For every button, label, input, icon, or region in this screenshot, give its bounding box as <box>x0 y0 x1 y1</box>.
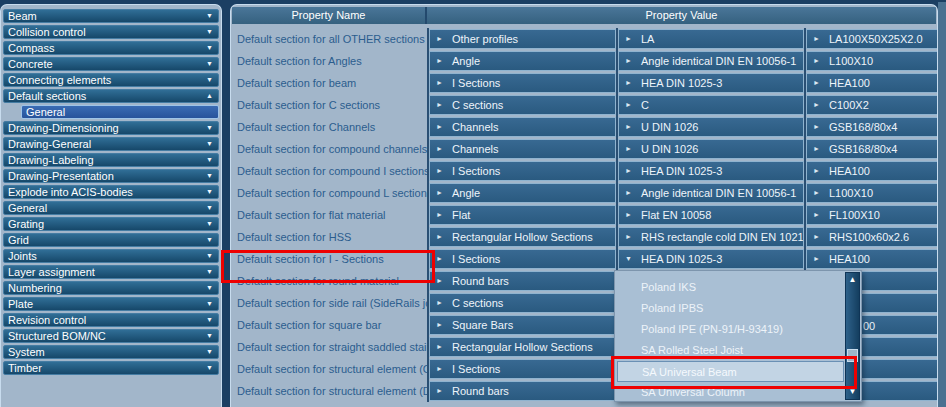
value-cell[interactable]: ►I Sections <box>429 249 616 269</box>
value-cell[interactable]: ►Angle identical DIN EN 10056-1 <box>618 51 804 71</box>
sidebar-item-label: Compass <box>8 42 54 54</box>
dropdown-scrollbar[interactable]: ▲ ▼ <box>845 272 860 400</box>
value-cell[interactable]: ►RHS rectangle cold DIN EN 10219-2 <box>618 227 804 247</box>
sidebar-item-drawing-general[interactable]: Drawing-General▼ <box>3 137 219 151</box>
value-cell[interactable]: ►Other profiles <box>429 29 616 49</box>
value-cell[interactable]: ►HEA100 <box>806 249 938 269</box>
sidebar-item-compass[interactable]: Compass▼ <box>3 41 219 55</box>
column-header-property-name: Property Name <box>232 7 425 24</box>
value-cell-label: L100X10 <box>829 187 873 199</box>
value-cell[interactable]: ►C100X2 <box>806 95 938 115</box>
value-cell[interactable]: ►U DIN 1026 <box>618 139 804 159</box>
value-cell-label: Channels <box>452 143 498 155</box>
dropdown-item-sa-universal-column[interactable]: SA Universal Column <box>617 382 844 403</box>
expand-arrow-icon: ► <box>625 228 632 246</box>
value-cell[interactable]: ►Round bars <box>429 381 616 401</box>
value-cell-label: I Sections <box>452 363 500 375</box>
property-name-cell: Default section for structural element (… <box>232 358 427 380</box>
sidebar-item-drawing-presentation[interactable]: Drawing-Presentation▼ <box>3 169 219 183</box>
sidebar-item-system[interactable]: System▼ <box>3 345 219 359</box>
value-cell[interactable]: ►LA100X50X25X2.0 <box>806 29 938 49</box>
section-dropdown-list: Poland IKSPoland IPBSPoland IPE (PN-91/H… <box>614 270 862 402</box>
value-cell[interactable]: ►HEA DIN 1025-3 <box>618 161 804 181</box>
value-cell[interactable]: ►I Sections <box>429 73 616 93</box>
value-cell[interactable]: ►Angle <box>429 51 616 71</box>
value-cell-label: Rectangular Hollow Sections <box>452 341 593 353</box>
property-name-cell: Default section for square bar <box>232 314 427 336</box>
dropdown-item-poland-ipe-pn-91-h-93419[interactable]: Poland IPE (PN-91/H-93419) <box>617 319 844 340</box>
sidebar-item-layer-assignment[interactable]: Layer assignment▼ <box>3 265 219 279</box>
table-header-row: Property Name Property Value <box>232 7 936 24</box>
value-cell[interactable]: ►Square Bars <box>429 315 616 335</box>
scroll-down-icon[interactable]: ▼ <box>846 386 859 398</box>
value-cell[interactable]: ►HEA100 <box>806 73 938 93</box>
value-cell[interactable]: ►LA <box>618 29 804 49</box>
value-cell-label: U DIN 1026 <box>641 143 698 155</box>
value-cell[interactable]: ►GSB168/80x4 <box>806 117 938 137</box>
value-cell[interactable]: ►Flat <box>429 205 616 225</box>
scrollbar-thumb[interactable] <box>847 349 858 362</box>
value-cell-label: GSB168/80x4 <box>829 121 898 133</box>
dropdown-item-sa-rolled-steel-joist[interactable]: SA Rolled Steel Joist <box>617 340 844 361</box>
value-cell[interactable]: ►Round bars <box>429 271 616 291</box>
value-cell[interactable]: ►L100X10 <box>806 51 938 71</box>
value-cell[interactable]: ►L100X10 <box>806 183 938 203</box>
value-cell[interactable]: ►Flat EN 10058 <box>618 205 804 225</box>
value-cell[interactable]: ►U DIN 1026 <box>618 117 804 137</box>
value-cell-label: RHS100x60x2.6 <box>829 231 909 243</box>
sidebar-item-grating[interactable]: Grating▼ <box>3 217 219 231</box>
sidebar-subitem-general[interactable]: General <box>21 105 219 119</box>
dropdown-item-poland-iks[interactable]: Poland IKS <box>617 277 844 298</box>
value-cell-label: C sections <box>452 99 503 111</box>
sidebar-item-joints[interactable]: Joints▼ <box>3 249 219 263</box>
sidebar-item-default-sections[interactable]: Default sections▲ <box>3 89 219 103</box>
dropdown-item-sa-universal-beam[interactable]: SA Universal Beam <box>617 361 844 382</box>
value-cell[interactable]: ►C sections <box>429 95 616 115</box>
value-cell[interactable]: ►HEA DIN 1025-3 <box>618 73 804 93</box>
sidebar-item-revision-control[interactable]: Revision control▼ <box>3 313 219 327</box>
sidebar-item-label: Structured BOM/NC <box>8 330 106 342</box>
sidebar-item-explode-into-acis-bodies[interactable]: Explode into ACIS-bodies▼ <box>3 185 219 199</box>
chevron-down-icon: ▼ <box>206 314 213 326</box>
value-cell[interactable]: ►Angle identical DIN EN 10056-1 <box>618 183 804 203</box>
value-cell-label: HEA100 <box>829 77 870 89</box>
value-cell[interactable]: ►Channels <box>429 117 616 137</box>
value-cell-label: L100X10 <box>829 55 873 67</box>
sidebar-item-drawing-labeling[interactable]: Drawing-Labeling▼ <box>3 153 219 167</box>
value-cell[interactable]: ►Rectangular Hollow Sections <box>429 227 616 247</box>
expand-arrow-icon: ► <box>813 162 820 180</box>
expand-arrow-icon: ► <box>436 184 443 202</box>
sidebar-item-label: Concrete <box>8 58 53 70</box>
value-cell[interactable]: ▼HEA DIN 1025-3 <box>618 249 804 269</box>
expand-arrow-icon: ► <box>625 184 632 202</box>
value-cell-label: Angle identical DIN EN 10056-1 <box>641 187 796 199</box>
sidebar-item-timber[interactable]: Timber▼ <box>3 361 219 375</box>
sidebar-item-collision-control[interactable]: Collision control▼ <box>3 25 219 39</box>
value-cell[interactable]: ►C sections <box>429 293 616 313</box>
value-cell[interactable]: ►I Sections <box>429 161 616 181</box>
value-cell[interactable]: ►GSB168/80x4 <box>806 139 938 159</box>
sidebar-item-numbering[interactable]: Numbering▼ <box>3 281 219 295</box>
sidebar-item-drawing-dimensioning[interactable]: Drawing-Dimensioning▼ <box>3 121 219 135</box>
value-cell[interactable]: ►Channels <box>429 139 616 159</box>
sidebar-item-concrete[interactable]: Concrete▼ <box>3 57 219 71</box>
sidebar-item-connecting-elements[interactable]: Connecting elements▼ <box>3 73 219 87</box>
value-cell[interactable]: ►FL100X10 <box>806 205 938 225</box>
sidebar-item-plate[interactable]: Plate▼ <box>3 297 219 311</box>
sidebar-item-beam[interactable]: Beam▼ <box>3 9 219 23</box>
expand-arrow-icon: ► <box>813 74 820 92</box>
value-cell[interactable]: ►Rectangular Hollow Sections <box>429 337 616 357</box>
value-cell[interactable]: ►Angle <box>429 183 616 203</box>
scroll-up-icon[interactable]: ▲ <box>846 274 859 286</box>
value-cell[interactable]: ►RHS100x60x2.6 <box>806 227 938 247</box>
chevron-down-icon: ▼ <box>206 266 213 278</box>
expand-arrow-icon: ► <box>436 140 443 158</box>
sidebar-item-grid[interactable]: Grid▼ <box>3 233 219 247</box>
value-cell[interactable]: ►C <box>618 95 804 115</box>
sidebar-item-general[interactable]: General▼ <box>3 201 219 215</box>
property-name-cell: Default section for compound L sections <box>232 182 427 204</box>
dropdown-item-poland-ipbs[interactable]: Poland IPBS <box>617 298 844 319</box>
value-cell[interactable]: ►I Sections <box>429 359 616 379</box>
value-cell[interactable]: ►HEA100 <box>806 161 938 181</box>
sidebar-item-structured-bom-nc[interactable]: Structured BOM/NC▼ <box>3 329 219 343</box>
